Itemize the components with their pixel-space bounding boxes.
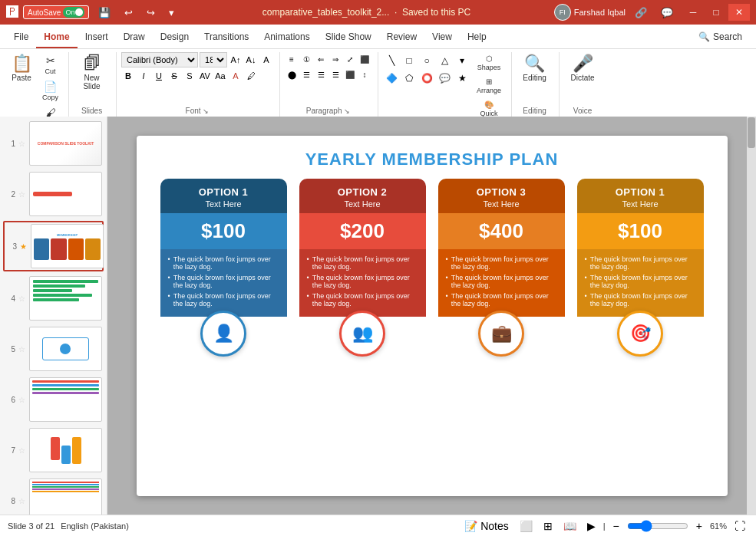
slide-thumb-8[interactable]: 8 ☆ [3,477,104,515]
card-1-bullet-3: The quick brown fox jumps over the lazy … [168,292,279,307]
notes-button[interactable]: 📝 Notes [461,518,511,534]
shape-2[interactable]: □ [401,52,418,69]
card-4-bullet-1: The quick brown fox jumps over the lazy … [585,255,696,271]
font-grow-button[interactable]: A↑ [229,53,243,67]
numbering-button[interactable]: ① [299,52,313,66]
arrange-button[interactable]: ⊞ Arrange [473,75,505,97]
card-3-bullet-1: The quick brown fox jumps over the lazy … [446,255,557,271]
tab-search[interactable]: 🔍Search [691,27,750,48]
ribbon-group-font: Calibri (Body) 18 A↑ A↓ A B I U S S AV [118,52,280,117]
tab-draw[interactable]: Draw [116,27,153,48]
convert-to-smartart-button[interactable]: ⬛ [358,52,371,66]
redo-button[interactable]: ↪ [142,5,160,20]
minimize-button[interactable]: ─ [682,4,704,21]
scrollbar[interactable] [747,117,756,515]
slide-thumb-5[interactable]: 5 ☆ [3,325,104,373]
slide-info: Slide 3 of 21 [8,521,54,531]
shapes-button[interactable]: ⬡ Shapes [473,52,505,74]
line-spacing-button[interactable]: ↕ [358,67,371,81]
para-row-1: ≡ ① ⇐ ⇒ ⤢ ⬛ [285,52,371,66]
font-size-select[interactable]: 18 [200,52,227,67]
align-center-button[interactable]: ☰ [299,67,313,81]
scrollbar-thumb[interactable] [748,117,755,148]
editing-button[interactable]: 🔍 Editing [520,52,550,85]
slide-sorter-button[interactable]: ⊞ [540,518,556,534]
normal-view-button[interactable]: ⬜ [517,518,536,534]
zoom-slider[interactable] [627,520,688,532]
shape-8[interactable]: 💬 [436,70,453,87]
slide-thumb-4[interactable]: 4 ☆ [3,275,104,322]
highlight-button[interactable]: 🖊 [244,69,258,83]
tab-transitions[interactable]: Transitions [196,27,256,48]
strikethrough-button[interactable]: S [167,69,181,83]
shape-7[interactable]: ⭕ [418,70,435,87]
maximize-button[interactable]: □ [705,4,727,21]
tab-animations[interactable]: Animations [256,27,317,48]
shadow-button[interactable]: S [183,69,196,83]
autosave-toggle[interactable]: On [63,7,84,18]
zoom-in-button[interactable]: + [693,518,705,534]
slideshow-button[interactable]: ▶ [584,518,599,534]
tab-view[interactable]: View [424,27,460,48]
shape-3[interactable]: ○ [418,52,435,69]
clear-format-button[interactable]: A [259,53,273,67]
change-case-button[interactable]: Aa [213,69,227,83]
shape-5[interactable]: 🔷 [383,70,400,87]
text-direction-button[interactable]: ⤢ [343,52,357,66]
columns-button[interactable]: ⬛ [343,67,357,81]
shape-more[interactable]: ▾ [454,52,470,69]
increase-indent-button[interactable]: ⇒ [328,52,342,66]
slide-thumb-1[interactable]: 1 ☆ COMPARISON SLIDE TOOLKIT [3,120,104,167]
font-controls: Calibri (Body) 18 A↑ A↓ A B I U S S AV [121,52,273,105]
copy-button[interactable]: 📄 Copy [38,78,62,104]
slide-thumb-2[interactable]: 2 ☆ [3,170,104,218]
new-slide-button[interactable]: 🗐 NewSlide [77,52,107,94]
tab-review[interactable]: Review [379,27,424,48]
zoom-out-button[interactable]: − [610,518,622,534]
fit-slide-button[interactable]: ⛶ [731,518,748,534]
bullets-button[interactable]: ≡ [285,52,299,66]
tab-home[interactable]: Home [36,27,77,48]
slide-thumb-7[interactable]: 7 ☆ [3,426,104,474]
tab-help[interactable]: Help [460,27,494,48]
italic-button[interactable]: I [137,69,150,83]
title-bar: 🅿 AutoSave On 💾 ↩ ↪ ▾ comparative_tables… [0,0,756,25]
bold-button[interactable]: B [121,69,135,83]
shape-9[interactable]: ★ [454,70,470,87]
char-spacing-button[interactable]: AV [198,69,212,83]
comments-button[interactable]: 💬 [656,5,678,20]
justify-button[interactable]: ☰ [328,67,342,81]
tab-insert[interactable]: Insert [78,27,116,48]
autosave-badge: AutoSave On [23,5,89,19]
status-bar: Slide 3 of 21 English (Pakistan) 📝 Notes… [0,515,756,536]
card-1-body: The quick brown fox jumps over the lazy … [160,249,287,317]
underline-button[interactable]: U [152,69,166,83]
shape-4[interactable]: △ [436,52,453,69]
dictate-button[interactable]: 🎤 Dictate [567,52,598,85]
align-left-button[interactable]: ⬤ [285,67,299,81]
reading-view-button[interactable]: 📖 [560,518,579,534]
font-shrink-button[interactable]: A↓ [244,53,258,67]
font-color-button[interactable]: A [229,69,243,83]
autosave-label: AutoSave [28,8,61,17]
saved-state: Saved to this PC [402,7,470,18]
cut-button[interactable]: ✂ Cut [38,52,62,77]
tab-slideshow[interactable]: Slide Show [318,27,379,48]
font-name-select[interactable]: Calibri (Body) [121,52,198,67]
share-button[interactable]: 🔗 [630,5,652,20]
paste-button[interactable]: 📋 Paste [6,52,37,85]
shape-1[interactable]: ╲ [383,52,400,69]
close-button[interactable]: ✕ [728,4,750,21]
tab-file[interactable]: File [6,27,36,48]
slide-thumbnail-3: MEMBERSHIP [31,224,104,268]
save-button[interactable]: 💾 [94,5,115,20]
tab-design[interactable]: Design [153,27,196,48]
undo-button[interactable]: ↩ [120,5,137,20]
decrease-indent-button[interactable]: ⇐ [314,52,328,66]
slide-thumb-3[interactable]: 3 ★ MEMBERSHIP [3,221,104,271]
customize-button[interactable]: ▾ [164,5,179,20]
shape-6[interactable]: ⬠ [401,70,418,87]
card-1-header: OPTION 1 Text Here [160,179,287,213]
align-right-button[interactable]: ☰ [314,67,328,81]
slide-thumb-6[interactable]: 6 ☆ [3,376,104,423]
